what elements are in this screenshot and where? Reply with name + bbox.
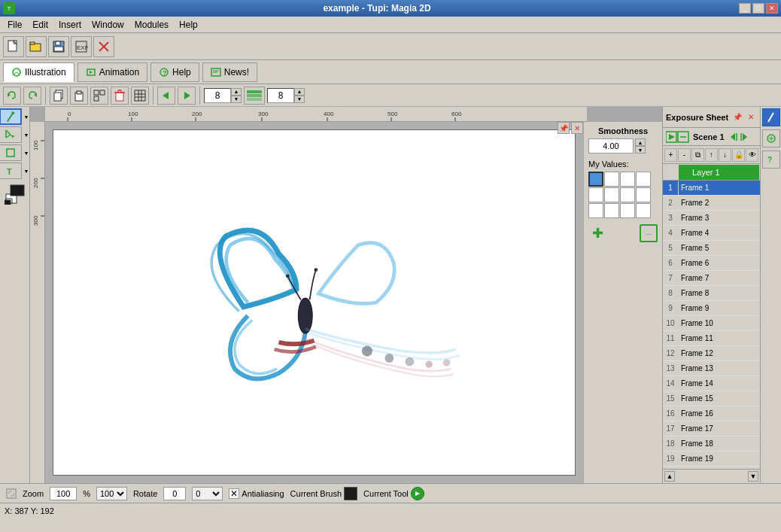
frame-row[interactable]: 8 Frame 8 bbox=[663, 286, 760, 301]
frame-row[interactable]: 14 Frame 14 bbox=[663, 376, 760, 391]
add-layer-button[interactable]: + bbox=[664, 148, 677, 162]
paste-button[interactable] bbox=[70, 87, 88, 105]
pencil-tool[interactable] bbox=[0, 108, 22, 125]
prev-frame-button[interactable] bbox=[157, 87, 175, 105]
menu-edit[interactable]: Edit bbox=[28, 18, 53, 32]
color-cell-7[interactable] bbox=[620, 187, 635, 202]
frame-input[interactable]: 8 bbox=[267, 88, 294, 103]
frame-row[interactable]: 10 Frame 10 bbox=[663, 316, 760, 331]
color-cell-4[interactable] bbox=[636, 172, 651, 187]
undo-button[interactable] bbox=[3, 87, 21, 105]
minimize-button[interactable]: _ bbox=[739, 3, 751, 14]
group-button[interactable] bbox=[90, 87, 108, 105]
next-frame-button[interactable] bbox=[178, 87, 196, 105]
canvas-close-button[interactable]: ✕ bbox=[571, 122, 583, 134]
frame-row[interactable]: 1 Frame 1 bbox=[663, 181, 760, 196]
frame-row[interactable]: 2 Frame 2 bbox=[663, 196, 760, 211]
frame-row[interactable]: 11 Frame 11 bbox=[663, 331, 760, 346]
save-button[interactable] bbox=[48, 36, 69, 57]
pencil-dropdown[interactable]: ▼ bbox=[23, 108, 30, 125]
layer-up-arrow[interactable]: ▲ bbox=[231, 88, 242, 96]
eye-layer-button[interactable]: 👁 bbox=[746, 148, 758, 162]
menu-file[interactable]: File bbox=[3, 18, 26, 32]
color-cell-5[interactable] bbox=[588, 187, 603, 202]
maximize-button[interactable]: □ bbox=[752, 3, 764, 14]
frame-row[interactable]: 15 Frame 15 bbox=[663, 391, 760, 406]
rotate-select[interactable]: 090180270 bbox=[192, 487, 223, 500]
layer-down-arrow[interactable]: ▼ bbox=[231, 96, 242, 103]
canvas-pin-button[interactable]: 📌 bbox=[558, 122, 570, 134]
delete-button[interactable] bbox=[93, 36, 114, 57]
color-cell-12[interactable] bbox=[636, 203, 651, 218]
frames-scroll-up[interactable]: ▲ bbox=[664, 471, 675, 482]
frame-row[interactable]: 9 Frame 9 bbox=[663, 301, 760, 316]
shape-dropdown[interactable]: ▼ bbox=[23, 144, 30, 161]
frame-row[interactable]: 4 Frame 4 bbox=[663, 226, 760, 241]
remove-layer-button[interactable]: - bbox=[678, 148, 691, 162]
color-cell-9[interactable] bbox=[588, 203, 603, 218]
zoom-select[interactable]: 10050200 bbox=[96, 487, 127, 500]
close-button[interactable]: ✕ bbox=[766, 3, 778, 14]
menu-window[interactable]: Window bbox=[87, 18, 129, 32]
frames-list[interactable]: 1 Frame 1 2 Frame 2 3 Frame 3 4 Frame 4 … bbox=[663, 181, 760, 469]
smoothness-down[interactable]: ▼ bbox=[635, 146, 646, 154]
tab-illustration[interactable]: Illustration bbox=[3, 62, 74, 82]
add-color-button[interactable]: ✚ bbox=[588, 224, 606, 242]
right-tool-3[interactable]: ? bbox=[762, 150, 780, 169]
color-cell-1[interactable] bbox=[588, 172, 603, 187]
layer-up-button[interactable]: ↑ bbox=[705, 148, 718, 162]
tool-color-swatch[interactable] bbox=[411, 487, 424, 500]
shape-tool[interactable] bbox=[0, 144, 22, 161]
smoothness-up[interactable]: ▲ bbox=[635, 138, 646, 146]
redo-button[interactable] bbox=[23, 87, 41, 105]
copy-button[interactable] bbox=[50, 87, 68, 105]
color-cell-10[interactable] bbox=[604, 203, 619, 218]
remove-color-button[interactable]: — bbox=[640, 224, 658, 242]
layer-down-button[interactable]: ↓ bbox=[719, 148, 731, 162]
exposure-close-button[interactable]: ✕ bbox=[745, 111, 757, 123]
frame-row[interactable]: 13 Frame 13 bbox=[663, 361, 760, 376]
text-dropdown[interactable]: ▼ bbox=[23, 163, 30, 179]
color-cell-6[interactable] bbox=[604, 187, 619, 202]
frame-row[interactable]: 6 Frame 6 bbox=[663, 256, 760, 271]
open-button[interactable] bbox=[26, 36, 47, 57]
right-tool-2[interactable] bbox=[762, 129, 780, 147]
rotate-input[interactable] bbox=[163, 487, 186, 500]
menu-modules[interactable]: Modules bbox=[130, 18, 173, 32]
color-cell-3[interactable] bbox=[620, 172, 635, 187]
color-btn[interactable] bbox=[5, 184, 26, 205]
frame-row[interactable]: 17 Frame 17 bbox=[663, 421, 760, 436]
copy-layer-button[interactable]: ⧉ bbox=[691, 148, 704, 162]
antialiasing-checkbox[interactable]: ✕ bbox=[229, 488, 239, 499]
grid-button[interactable] bbox=[131, 87, 149, 105]
layer-input[interactable]: 8 bbox=[204, 88, 231, 103]
layers-icon[interactable] bbox=[244, 87, 265, 105]
brush-color-swatch[interactable] bbox=[344, 487, 357, 500]
frame-row[interactable]: 19 Frame 19 bbox=[663, 451, 760, 467]
exposure-pin-button[interactable]: 📌 bbox=[731, 111, 743, 123]
lock-layer-button[interactable]: 🔒 bbox=[732, 148, 745, 162]
color-cell-11[interactable] bbox=[620, 203, 635, 218]
tab-animation[interactable]: Animation bbox=[77, 62, 147, 82]
pencil-active-tool[interactable] bbox=[762, 108, 780, 126]
frame-row[interactable]: 7 Frame 7 bbox=[663, 271, 760, 286]
menu-help[interactable]: Help bbox=[175, 18, 202, 32]
text-tool[interactable]: T bbox=[0, 163, 22, 179]
export-button[interactable]: EXP bbox=[71, 36, 92, 57]
select-dropdown[interactable]: ▼ bbox=[23, 126, 30, 143]
tab-news[interactable]: News! bbox=[202, 62, 257, 82]
canvas[interactable] bbox=[53, 129, 576, 476]
smoothness-input[interactable] bbox=[588, 138, 634, 154]
frame-row[interactable]: 16 Frame 16 bbox=[663, 406, 760, 421]
frame-row[interactable]: 5 Frame 5 bbox=[663, 241, 760, 256]
layer-name[interactable]: Layer 1 bbox=[679, 165, 759, 180]
frame-up-arrow[interactable]: ▲ bbox=[294, 88, 305, 96]
frames-scroll-down[interactable]: ▼ bbox=[748, 471, 758, 482]
frame-row[interactable]: 18 Frame 18 bbox=[663, 436, 760, 451]
color-cell-8[interactable] bbox=[636, 187, 651, 202]
zoom-input[interactable] bbox=[50, 487, 77, 500]
frame-row[interactable]: 12 Frame 12 bbox=[663, 346, 760, 361]
tab-help[interactable]: ? Help bbox=[150, 62, 199, 82]
menu-insert[interactable]: Insert bbox=[54, 18, 86, 32]
frame-row[interactable]: 3 Frame 3 bbox=[663, 211, 760, 226]
